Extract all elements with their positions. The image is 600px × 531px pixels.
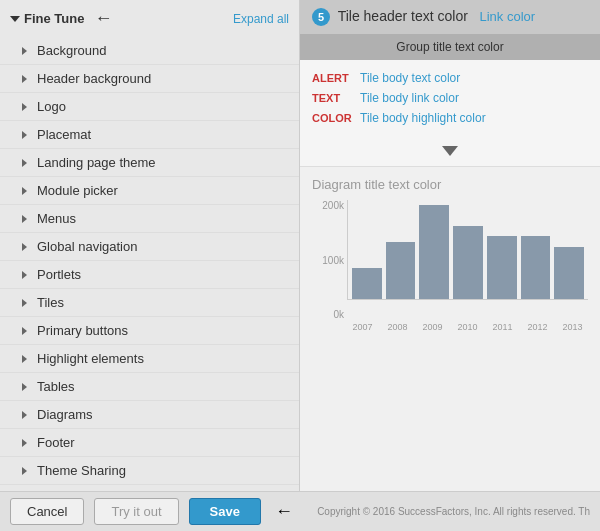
save-button[interactable]: Save [189, 498, 261, 525]
step-badge: 5 [312, 8, 330, 26]
sidebar-item-highlight-elements[interactable]: Highlight elements [0, 345, 299, 373]
color-row-alert: ALERT Tile body text color [312, 68, 588, 88]
sidebar-item-label: Highlight elements [37, 351, 144, 366]
item-arrow-icon [22, 187, 27, 195]
chart-bar-5 [521, 236, 551, 299]
tile-body-link-color-link[interactable]: Tile body link color [360, 91, 459, 105]
sidebar-header: Fine Tune ← Expand all [0, 0, 299, 37]
item-arrow-icon [22, 467, 27, 475]
item-arrow-icon [22, 299, 27, 307]
sidebar-item-background[interactable]: Background [0, 37, 299, 65]
chart-bar-3 [453, 226, 483, 299]
item-arrow-icon [22, 103, 27, 111]
sidebar-item-label: Theme Sharing [37, 463, 126, 478]
sidebar-item-label: Diagrams [37, 407, 93, 422]
sidebar-item-label: Primary buttons [37, 323, 128, 338]
x-label-2010: 2010 [452, 322, 483, 332]
sidebar: Fine Tune ← Expand all Background Header… [0, 0, 300, 491]
chart-bar-2 [419, 205, 449, 299]
item-arrow-icon [22, 75, 27, 83]
color-row-color: COLOR Tile body highlight color [312, 108, 588, 128]
sidebar-item-label: Background [37, 43, 106, 58]
fine-tune-title[interactable]: Fine Tune ← [10, 8, 112, 29]
sidebar-item-label: Tiles [37, 295, 64, 310]
x-label-2011: 2011 [487, 322, 518, 332]
sidebar-item-placemat[interactable]: Placemat [0, 121, 299, 149]
arrow-pointer-left: ← [94, 8, 112, 29]
sidebar-item-tables[interactable]: Tables [0, 373, 299, 401]
cancel-button[interactable]: Cancel [10, 498, 84, 525]
color-options: ALERT Tile body text color TEXT Tile bod… [300, 60, 600, 136]
sidebar-item-menus[interactable]: Menus [0, 205, 299, 233]
panel-header-content: 5 Tile header text color Link color [312, 8, 535, 26]
tile-body-text-color-link[interactable]: Tile body text color [360, 71, 460, 85]
right-panel: 5 Tile header text color Link color Grou… [300, 0, 600, 491]
x-label-2007: 2007 [347, 322, 378, 332]
y-label-100k: 100k [312, 255, 344, 266]
chart-container: 200k 100k 0k [312, 200, 588, 320]
try-it-out-button[interactable]: Try it out [94, 498, 178, 525]
sidebar-item-logo[interactable]: Logo [0, 93, 299, 121]
sidebar-item-module-picker[interactable]: Module picker [0, 177, 299, 205]
x-axis-labels: 2007200820092010201120122013 [312, 322, 588, 332]
sidebar-item-label: Footer [37, 435, 75, 450]
dropdown-arrow-icon [442, 146, 458, 156]
sidebar-item-tiles[interactable]: Tiles [0, 289, 299, 317]
x-label-2009: 2009 [417, 322, 448, 332]
item-arrow-icon [22, 439, 27, 447]
y-axis-labels: 200k 100k 0k [312, 200, 344, 320]
group-title-bar: Group title text color [300, 34, 600, 60]
x-label-2008: 2008 [382, 322, 413, 332]
sidebar-item-header-background[interactable]: Header background [0, 65, 299, 93]
chart-area [347, 200, 588, 300]
sidebar-item-label: Logo [37, 99, 66, 114]
dropdown-arrow-container[interactable] [300, 136, 600, 166]
fine-tune-label-text: Fine Tune [24, 11, 84, 26]
chart-bar-4 [487, 236, 517, 299]
x-label-2012: 2012 [522, 322, 553, 332]
item-arrow-icon [22, 355, 27, 363]
chart-bar-1 [386, 242, 416, 299]
sidebar-item-label: Global navigation [37, 239, 137, 254]
sidebar-item-label: Tables [37, 379, 75, 394]
tile-body-highlight-color-link[interactable]: Tile body highlight color [360, 111, 486, 125]
sidebar-item-global-navigation[interactable]: Global navigation [0, 233, 299, 261]
sidebar-item-primary-buttons[interactable]: Primary buttons [0, 317, 299, 345]
item-arrow-icon [22, 215, 27, 223]
text-label: TEXT [312, 92, 352, 104]
sidebar-item-label: Landing page theme [37, 155, 156, 170]
y-label-200k: 200k [312, 200, 344, 211]
panel-header: 5 Tile header text color Link color [300, 0, 600, 34]
item-arrow-icon [22, 271, 27, 279]
item-arrow-icon [22, 131, 27, 139]
expand-all-link[interactable]: Expand all [233, 12, 289, 26]
diagram-title: Diagram title text color [312, 177, 588, 192]
sidebar-item-footer[interactable]: Footer [0, 429, 299, 457]
alert-label: ALERT [312, 72, 352, 84]
panel-title: Tile header text color [338, 8, 468, 24]
sidebar-item-label: Header background [37, 71, 151, 86]
item-arrow-icon [22, 383, 27, 391]
color-row-text: TEXT Tile body link color [312, 88, 588, 108]
chart-bar-6 [554, 247, 584, 299]
item-arrow-icon [22, 243, 27, 251]
diagram-section: Diagram title text color 200k 100k 0k 20… [300, 166, 600, 491]
copyright-text: Copyright © 2016 SuccessFactors, Inc. Al… [303, 506, 590, 517]
link-color-label[interactable]: Link color [479, 9, 535, 24]
sidebar-item-label: Placemat [37, 127, 91, 142]
sidebar-item-label: Module picker [37, 183, 118, 198]
x-label-2013: 2013 [557, 322, 588, 332]
sidebar-item-label: Portlets [37, 267, 81, 282]
sidebar-item-label: Menus [37, 211, 76, 226]
item-arrow-icon [22, 411, 27, 419]
item-arrow-icon [22, 327, 27, 335]
item-arrow-icon [22, 47, 27, 55]
sidebar-item-landing-page-theme[interactable]: Landing page theme [0, 149, 299, 177]
sidebar-item-diagrams[interactable]: Diagrams [0, 401, 299, 429]
sidebar-item-portlets[interactable]: Portlets [0, 261, 299, 289]
sidebar-item-theme-sharing[interactable]: Theme Sharing [0, 457, 299, 485]
collapse-icon [10, 16, 20, 22]
chart-bar-0 [352, 268, 382, 299]
bottom-bar: Cancel Try it out Save ← Copyright © 201… [0, 491, 600, 531]
color-label: COLOR [312, 112, 352, 124]
